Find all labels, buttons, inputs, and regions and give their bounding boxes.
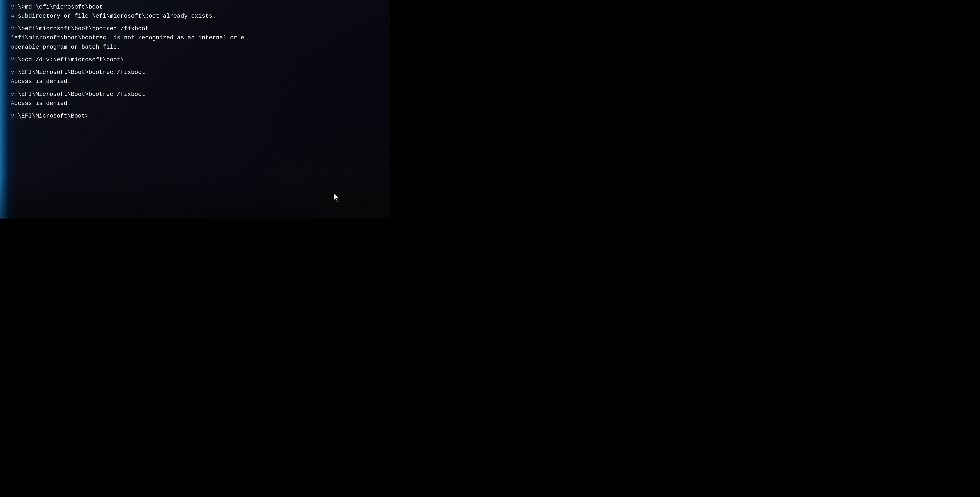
blank-line <box>11 65 385 68</box>
terminal-line: A subdirectory or file \efi\microsoft\bo… <box>11 12 385 21</box>
terminal-line: Access is denied. <box>11 99 385 108</box>
terminal-line: 'efi\microsoft\boot\bootrec' is not reco… <box>11 33 385 43</box>
terminal-window[interactable]: V:\>md \efi\microsoft\boot A subdirector… <box>0 0 390 219</box>
terminal-line: V:\>cd /d v:\efi\microsoft\boot\ <box>11 56 385 65</box>
terminal-line: Access is denied. <box>11 77 385 86</box>
blank-line <box>11 108 385 112</box>
terminal-line: V:\>md \efi\microsoft\boot <box>11 3 385 12</box>
terminal-line: v:\EFI\Microsoft\Boot>bootrec /fixboot <box>11 68 385 77</box>
terminal-prompt[interactable]: v:\EFI\Microsoft\Boot> <box>11 112 385 121</box>
terminal-line: V:\>efi\microsoft\boot\bootrec /fixboot <box>11 24 385 33</box>
blank-line <box>11 21 385 24</box>
mouse-cursor <box>333 192 340 204</box>
blank-line <box>11 52 385 56</box>
terminal-line: v:\EFI\Microsoft\Boot>bootrec /fixboot <box>11 90 385 99</box>
terminal-line: operable program or batch file. <box>11 43 385 52</box>
blank-line <box>11 86 385 90</box>
screen: V:\>md \efi\microsoft\boot A subdirector… <box>0 0 390 219</box>
